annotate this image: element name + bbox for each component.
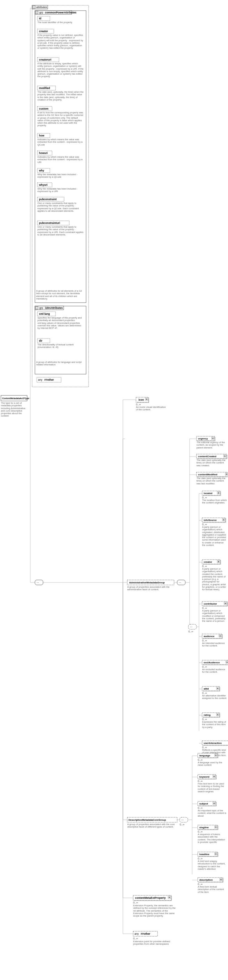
group-i18n-title: i18nAttributes: [45, 306, 63, 310]
attr-label-xml:lang: xml:lang: [39, 312, 50, 315]
group-i18n-desc: A group of attributes for language and s…: [36, 361, 85, 366]
any-element-occ: 0..∞: [133, 937, 138, 940]
attr-label-custom: custom: [39, 107, 49, 110]
ext-desc: Extension Property; the semantics are de…: [133, 904, 177, 917]
svg-text:+: +: [223, 518, 225, 522]
attr-label-creatoruri: creatoruri: [39, 58, 51, 61]
element-desc-slugline: A sequence of tokens associated with the…: [198, 833, 226, 843]
svg-text:+: +: [213, 802, 215, 805]
element-occ-userInteraction: 0..∞: [202, 746, 207, 749]
element-label-urgency: urgency: [198, 437, 208, 440]
svg-text:+: +: [212, 437, 214, 440]
group-common-desc: A group of attributes for all elements o…: [36, 290, 85, 300]
element-label-altId: altId: [204, 687, 209, 690]
attr-desc-creator: If the property value is not defined, sp…: [37, 34, 84, 50]
svg-text:+: +: [224, 454, 226, 458]
element-occ-contributor: 0..∞: [202, 606, 207, 609]
desc-group-title: DescriptiveMetadataCoreGroup: [128, 819, 166, 821]
element-occ-rating: 0..∞: [202, 718, 207, 721]
group-common-title: commonPowerAttributes: [45, 11, 76, 14]
ext-occ: 0..∞: [133, 901, 138, 904]
svg-text:−: −: [36, 307, 38, 310]
icon-desc: An iconic visual identification of the c…: [136, 406, 167, 411]
element-desc-description: A free-form textual description of the c…: [198, 886, 226, 894]
svg-text:+: +: [217, 687, 218, 690]
element-label-contributor: contributor: [204, 603, 217, 605]
admin-sub-sequence: [188, 624, 196, 629]
any-attr-label: ##other: [44, 378, 54, 381]
element-label-language: language: [199, 754, 211, 757]
element-label-creator: creator: [204, 561, 212, 563]
element-desc-subject: An important topic of the content; what …: [198, 810, 226, 817]
desc-sequence: [180, 817, 188, 822]
attr-desc-why: Why the metadata has been included - exp…: [37, 173, 84, 179]
attr-label-howuri: howuri: [39, 151, 48, 154]
element-desc-contentModified: The date (and optionally the time) on wh…: [196, 477, 226, 485]
element-occ-creator: 0..∞: [202, 565, 207, 568]
attr-label-id: id: [39, 17, 41, 20]
element-label-headline: headline: [199, 853, 210, 856]
attr-label-creator: creator: [39, 30, 48, 33]
attr-desc-whyuri: Why the metadata has been included - exp…: [37, 188, 84, 193]
admin-seq-occ: 0..∞: [188, 630, 193, 633]
element-label-contentModified: contentModified: [198, 473, 217, 476]
any-element-label: ##other: [141, 932, 150, 935]
element-label-contentCreated: contentCreated: [198, 455, 217, 458]
svg-text:+: +: [218, 491, 220, 495]
element-occ-audience: 0..∞: [202, 639, 207, 642]
attr-label-pubconstraint: pubconstraint: [39, 198, 57, 201]
element-label-exclAudience: exclAudience: [204, 661, 220, 664]
svg-text:+: +: [220, 878, 222, 881]
element-desc-altId: An alternative identifier assigned to th…: [202, 695, 227, 700]
root-type-desc: The type for a set of metadata propertie…: [1, 402, 29, 418]
icon-element-label: icon: [138, 398, 144, 401]
element-desc-exclAudience: An excluded audience for the content.: [202, 668, 227, 674]
element-occ-headline: 0..∞: [198, 857, 203, 860]
attr-desc-dir: The directionality of textual content (e…: [37, 344, 84, 348]
icon-occ: 0..∞: [136, 403, 141, 406]
ext-element-label: contentMetaExtProperty: [135, 896, 166, 899]
svg-text:+: +: [146, 398, 147, 401]
svg-text:+: +: [215, 826, 217, 829]
attr-desc-xml:lang: Specifies the language of this property …: [37, 317, 84, 329]
attributes-label: attributes: [36, 6, 47, 9]
element-label-located: located: [204, 492, 212, 495]
element-desc-contributor: A party (person or organisation) which m…: [202, 609, 227, 622]
attr-desc-creatoruri: If the attribute is empty, specifies whi…: [37, 62, 84, 78]
element-occ-located: 0..∞: [202, 496, 207, 499]
root-sequence: [35, 580, 43, 585]
attr-desc-modified: The date (and, optionally, the time) whe…: [37, 91, 84, 101]
svg-text:+: +: [226, 473, 228, 476]
svg-text:any: any: [38, 378, 43, 381]
element-occ-description: 0..∞: [198, 883, 203, 886]
svg-text:+: +: [215, 754, 217, 757]
element-label-infoSource: infoSource: [204, 519, 217, 522]
svg-text:+: +: [218, 560, 220, 563]
svg-text:⋯: ⋯: [190, 625, 192, 628]
svg-text:−: −: [36, 11, 38, 14]
svg-text:⋯: ⋯: [36, 581, 39, 584]
element-occ-altId: 0..∞: [202, 691, 207, 695]
attr-desc-custom: If set to true the corresponding propert…: [37, 111, 84, 127]
attr-label-modified: modified: [39, 86, 50, 90]
element-occ-infoSource: 0..∞: [202, 523, 207, 526]
element-occ-keyword: 0..∞: [198, 780, 203, 783]
element-label-description: description: [199, 878, 213, 881]
svg-text:any: any: [135, 932, 139, 935]
attr-label-whyuri: whyuri: [39, 183, 48, 186]
admin-group-title: AdministrativeMetadataGroup: [129, 581, 165, 584]
svg-text:+: +: [168, 896, 170, 899]
element-desc-contentCreated: The date (and optionally the time) on wh…: [196, 459, 226, 467]
element-label-userInteraction: userInteraction: [204, 742, 222, 745]
attr-label-why: why: [39, 169, 44, 172]
attr-desc-how: Indicates by which means the value was e…: [37, 138, 84, 146]
element-desc-language: A language used by the news content: [198, 761, 226, 767]
desc-group-desc: A group of properties associated with th…: [127, 823, 177, 829]
attr-label-pubconstrainturi: pubconstrainturi: [39, 221, 60, 224]
svg-text:+: +: [217, 713, 218, 716]
element-label-rating: rating: [204, 714, 211, 716]
desc-seq-occ: 0..∞: [180, 823, 185, 826]
root-type-label: ContentMetadataAcDType: [2, 397, 29, 400]
svg-text:grp: grp: [39, 306, 43, 310]
svg-text:⋯: ⋯: [179, 581, 181, 584]
